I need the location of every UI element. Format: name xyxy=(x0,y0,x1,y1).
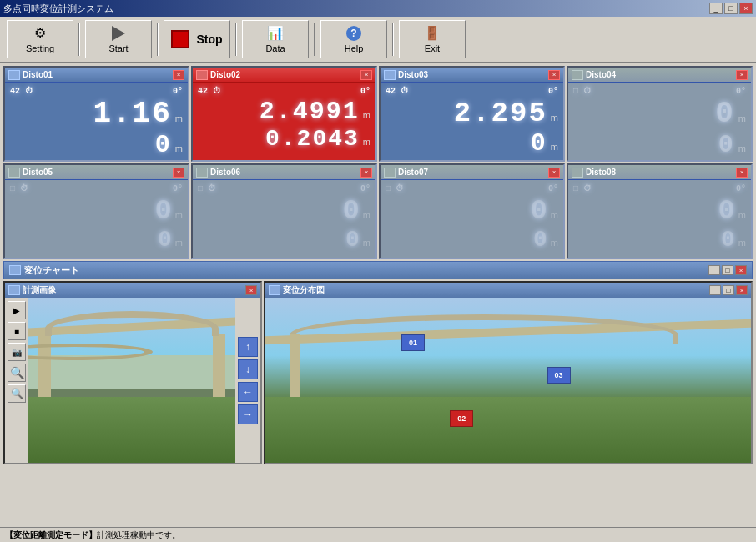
disto06-close-button[interactable]: × xyxy=(360,168,372,178)
disto02-value2-row: 0.2043 m xyxy=(198,126,370,153)
toolbar-separator4 xyxy=(314,23,315,56)
disto02-body: 42 ⏱ 0° 2.4991 m 0.2043 m xyxy=(193,83,375,156)
disto06-unit2: m xyxy=(363,238,370,248)
status-bracket: 【変位距離測定モード】 xyxy=(5,529,97,541)
disto01-title: Disto01 xyxy=(8,70,53,80)
measurement-grid-row1: Disto01 × 42 ⏱ 0° 1.16 m 0 m xyxy=(3,66,753,162)
disto04-value1: 0 xyxy=(715,99,735,129)
start-label: Start xyxy=(108,43,128,53)
camera-capture-button[interactable]: 📷 xyxy=(8,343,26,361)
disto04-panel: Disto04 × □ ⏱ 0° 0 m 0 m xyxy=(567,66,753,162)
camera-stop-button[interactable]: ■ xyxy=(8,322,26,340)
point-marker-03[interactable]: 03 xyxy=(547,367,571,384)
disto01-counter: 42 ⏱ xyxy=(10,86,33,96)
dir-left-button[interactable]: ← xyxy=(238,382,258,402)
maximize-button[interactable]: □ xyxy=(724,3,738,14)
exit-icon: 🚪 xyxy=(424,25,441,41)
disto04-top-row: □ ⏱ 0° xyxy=(573,86,746,96)
gear-icon: ⚙ xyxy=(34,25,46,41)
exit-button[interactable]: 🚪 Exit xyxy=(399,20,466,58)
disto02-unit2: m xyxy=(363,137,370,147)
disto08-unit2: m xyxy=(738,238,746,248)
chart-bar: 変位チャート _ □ × xyxy=(3,261,753,279)
start-button[interactable]: Start xyxy=(85,20,152,58)
disto07-header: Disto07 × xyxy=(381,165,563,180)
dir-right-button[interactable]: → xyxy=(238,404,258,424)
title-bar-buttons: _ □ × xyxy=(709,3,753,14)
measurement-grid-row2: Disto05 × □ ⏱ 0° 0 m 0 m xyxy=(3,163,753,259)
play-icon xyxy=(112,26,125,41)
help-button[interactable]: ? Help xyxy=(320,20,387,58)
data-label: Data xyxy=(265,43,285,53)
disto06-angle: 0° xyxy=(360,184,370,193)
distrib-pillar xyxy=(290,334,300,400)
stop-button[interactable]: Stop xyxy=(164,20,230,58)
setting-button[interactable]: ⚙ Setting xyxy=(7,20,73,58)
distrib-minimize-button[interactable]: _ xyxy=(709,285,721,295)
disto05-value2: 0 xyxy=(158,227,172,253)
disto06-value1: 0 xyxy=(342,195,359,227)
distrib-close-button[interactable]: × xyxy=(736,285,748,295)
disto-icon xyxy=(196,168,208,178)
disto01-value1-row: 1.16 m xyxy=(10,98,183,131)
disto04-value2-row: 0 m xyxy=(573,131,746,159)
disto03-angle: 0° xyxy=(548,87,558,96)
disto02-unit1: m xyxy=(363,110,370,120)
disto08-close-button[interactable]: × xyxy=(736,168,748,178)
chart-maximize-button[interactable]: □ xyxy=(722,265,733,275)
disto08-unit1: m xyxy=(738,210,746,220)
disto-icon xyxy=(572,168,583,178)
disto02-value1: 2.4991 xyxy=(260,99,360,124)
disto07-counter: □ ⏱ xyxy=(386,183,404,193)
chart-minimize-button[interactable]: _ xyxy=(708,265,720,275)
disto05-header: Disto05 × xyxy=(5,165,188,180)
disto-icon xyxy=(8,70,20,80)
toolbar-separator5 xyxy=(392,23,394,56)
disto03-value2-row: 0 m xyxy=(386,129,558,158)
camera-header: 計測画像 × xyxy=(5,283,260,298)
disto08-header: Disto08 × xyxy=(568,165,751,180)
camera-play-button[interactable]: ▶ xyxy=(8,301,26,319)
disto04-counter: □ ⏱ xyxy=(573,86,592,96)
disto01-close-button[interactable]: × xyxy=(173,70,184,80)
camera-zoom-in-button[interactable]: 🔍 xyxy=(8,364,26,382)
disto04-header: Disto04 × xyxy=(568,68,751,83)
disto04-close-button[interactable]: × xyxy=(736,70,748,80)
disto07-close-button[interactable]: × xyxy=(548,168,560,178)
bridge-simulation xyxy=(28,298,235,463)
disto05-angle: 0° xyxy=(173,184,183,193)
disto03-header: Disto03 × xyxy=(381,68,563,83)
disto08-title: Disto08 xyxy=(572,168,616,178)
disto03-title: Disto03 xyxy=(384,70,428,80)
help-icon: ? xyxy=(346,26,361,41)
chart-window-buttons: _ □ × xyxy=(708,265,747,275)
camera-close-button[interactable]: × xyxy=(245,285,257,295)
setting-label: Setting xyxy=(26,43,54,53)
disto06-unit1: m xyxy=(363,210,370,220)
distrib-maximize-button[interactable]: □ xyxy=(723,285,734,295)
point-marker-01[interactable]: 01 xyxy=(401,334,425,351)
dir-down-button[interactable]: ↓ xyxy=(238,359,258,379)
dir-up-button[interactable]: ↑ xyxy=(238,337,258,357)
distribution-background: 01 03 02 xyxy=(265,298,751,463)
camera-zoom-out-button[interactable]: 🔍 xyxy=(8,384,26,403)
disto03-close-button[interactable]: × xyxy=(548,70,560,80)
minimize-button[interactable]: _ xyxy=(709,3,723,14)
disto07-value1: 0 xyxy=(530,195,547,227)
disto02-close-button[interactable]: × xyxy=(360,70,372,80)
help-label: Help xyxy=(345,43,364,53)
main-area: Disto01 × 42 ⏱ 0° 1.16 m 0 m xyxy=(0,63,756,542)
camera-icon xyxy=(8,285,20,295)
data-button[interactable]: 📊 Data xyxy=(242,20,309,58)
chart-close-button[interactable]: × xyxy=(735,265,747,275)
disto04-unit1: m xyxy=(738,113,746,123)
close-button[interactable]: × xyxy=(739,3,753,14)
point-marker-02[interactable]: 02 xyxy=(450,410,473,427)
disto-icon xyxy=(384,168,396,178)
disto04-value1-row: 0 m xyxy=(573,98,746,131)
disto05-body: □ ⏱ 0° 0 m 0 m xyxy=(5,180,188,256)
distribution-body: 01 03 02 xyxy=(265,298,751,463)
disto05-close-button[interactable]: × xyxy=(173,168,184,178)
disto05-panel: Disto05 × □ ⏱ 0° 0 m 0 m xyxy=(3,163,189,259)
disto07-panel: Disto07 × □ ⏱ 0° 0 m 0 m xyxy=(379,163,565,259)
